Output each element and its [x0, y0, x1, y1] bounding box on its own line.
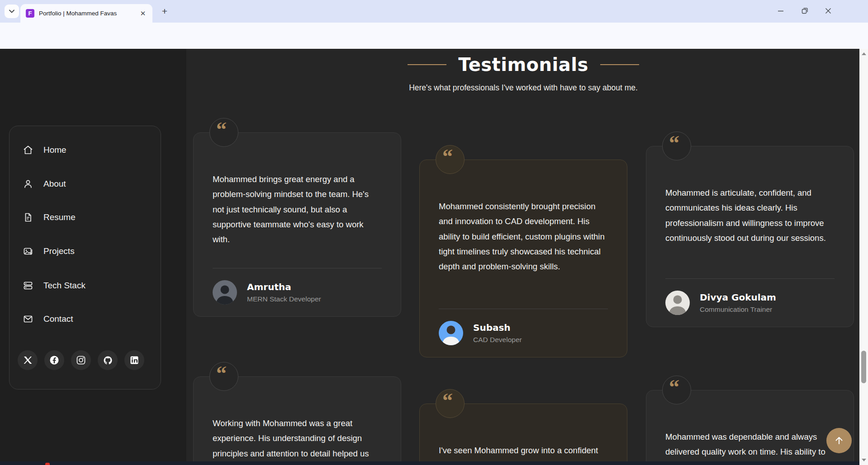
- author-photo: [213, 280, 237, 305]
- title-decor-line-left: [408, 64, 446, 65]
- sidebar-item-label: About: [43, 179, 66, 189]
- testimonials-header: Testimonials Here's what professionals I…: [186, 54, 860, 93]
- sidebar-item-resume[interactable]: Resume: [23, 212, 76, 223]
- social-facebook-button[interactable]: [44, 350, 64, 370]
- author-role: MERN Stack Developer: [247, 295, 321, 303]
- avatar: [439, 321, 463, 345]
- testimonial-card: Mohammed consistently brought precision …: [419, 160, 627, 357]
- tab-list-chevron-button[interactable]: [5, 5, 19, 18]
- browser-toolbar: 127.0.0.1:5500/index.html#contact M: [0, 23, 868, 49]
- triangle-up-icon: [862, 52, 866, 55]
- next-section-peek: [0, 461, 859, 465]
- sidebar-item-contact[interactable]: Contact: [23, 314, 73, 324]
- social-linkedin-button[interactable]: [124, 350, 144, 370]
- browser-chrome: F Portfolio | Mohammed Favas ✕ + 127.0.0…: [0, 0, 868, 49]
- tab-strip: F Portfolio | Mohammed Favas ✕ +: [0, 0, 868, 23]
- window-restore-button[interactable]: [793, 0, 816, 22]
- social-x-button[interactable]: [18, 350, 38, 370]
- tab-favicon: F: [26, 9, 34, 18]
- footer-heart-peek: [45, 463, 50, 465]
- author-photo: [665, 291, 690, 315]
- testimonial-card: Mohammed brings great energy and a probl…: [193, 132, 401, 317]
- chevron-down-icon: [9, 9, 14, 13]
- testimonial-author: Divya Gokulam Communication Trainer: [665, 278, 835, 315]
- new-tab-button[interactable]: +: [159, 6, 170, 17]
- facebook-icon: [49, 355, 59, 365]
- author-name: Amrutha: [247, 282, 321, 292]
- social-links: [18, 350, 144, 370]
- sidebar-item-tech-stack[interactable]: Tech Stack: [23, 280, 85, 291]
- x-twitter-icon: [23, 356, 32, 365]
- tab-title: Portfolio | Mohammed Favas: [39, 10, 139, 17]
- sidebar-item-label: Tech Stack: [43, 281, 85, 291]
- testimonial-quote: Mohammed was dependable and always deliv…: [665, 429, 835, 465]
- scrollbar-up-arrow[interactable]: [859, 50, 868, 57]
- author-role: Communication Trainer: [700, 305, 776, 314]
- testimonial-author: Amrutha MERN Stack Developer: [213, 268, 382, 305]
- testimonial-quote: Mohammed is articulate, confident, and c…: [665, 185, 835, 245]
- file-icon: [23, 212, 33, 223]
- sidebar-item-about[interactable]: About: [23, 178, 66, 189]
- sidebar-nav: Home About Resume Projects Tech Stack Co…: [9, 126, 161, 390]
- author-name: Subash: [473, 322, 522, 333]
- instagram-icon: [76, 356, 85, 365]
- author-photo: [439, 321, 463, 345]
- testimonial-author: Subash CAD Developer: [439, 309, 608, 345]
- envelope-icon: [23, 314, 33, 324]
- page-scrollbar[interactable]: [859, 49, 868, 465]
- author-name: Divya Gokulam: [700, 292, 776, 303]
- sidebar-item-projects[interactable]: Projects: [23, 246, 75, 257]
- avatar: [665, 291, 690, 315]
- section-title: Testimonials: [458, 54, 588, 75]
- home-icon: [23, 145, 33, 155]
- testimonial-quote: Mohammed consistently brought precision …: [439, 199, 608, 274]
- social-instagram-button[interactable]: [71, 350, 91, 370]
- scrollbar-thumb[interactable]: [861, 351, 866, 383]
- quote-icon: “: [662, 132, 691, 160]
- quote-icon: “: [209, 362, 238, 391]
- scrollbar-down-arrow[interactable]: [859, 456, 868, 464]
- window-minimize-button[interactable]: [769, 0, 792, 22]
- sidebar-item-label: Contact: [43, 314, 73, 324]
- testimonial-quote: Mohammed brings great energy and a probl…: [213, 172, 382, 247]
- tab-close-icon[interactable]: ✕: [139, 9, 147, 18]
- title-decor-line-right: [600, 64, 639, 65]
- close-icon: [825, 8, 831, 14]
- window-close-button[interactable]: [816, 0, 840, 22]
- sidebar-item-label: Projects: [43, 246, 75, 256]
- section-subtitle: Here's what professionals I've worked wi…: [186, 83, 860, 93]
- sidebar-item-home[interactable]: Home: [23, 145, 66, 155]
- quote-icon: “: [662, 376, 691, 404]
- social-github-button[interactable]: [98, 350, 118, 370]
- image-icon: [23, 246, 33, 257]
- stack-icon: [23, 280, 33, 291]
- testimonial-card: Mohammed is articulate, confident, and c…: [646, 146, 854, 327]
- arrow-up-icon: [834, 436, 844, 446]
- sidebar-item-label: Home: [43, 145, 66, 155]
- linkedin-icon: [130, 356, 139, 365]
- testimonial-quote: Working with Mohammed was a great experi…: [213, 416, 382, 465]
- scroll-to-top-button[interactable]: [826, 428, 852, 453]
- user-icon: [23, 178, 33, 189]
- github-icon: [103, 356, 113, 365]
- quote-icon: “: [436, 389, 465, 418]
- triangle-down-icon: [862, 459, 866, 461]
- quote-icon: “: [436, 145, 465, 174]
- sidebar-item-label: Resume: [43, 212, 76, 222]
- author-role: CAD Developer: [473, 336, 522, 344]
- browser-tab[interactable]: F Portfolio | Mohammed Favas ✕: [20, 4, 152, 23]
- page-viewport: Home About Resume Projects Tech Stack Co…: [0, 49, 868, 465]
- minimize-icon: [778, 8, 784, 14]
- restore-icon: [802, 8, 808, 14]
- quote-icon: “: [209, 118, 238, 147]
- avatar: [213, 280, 237, 305]
